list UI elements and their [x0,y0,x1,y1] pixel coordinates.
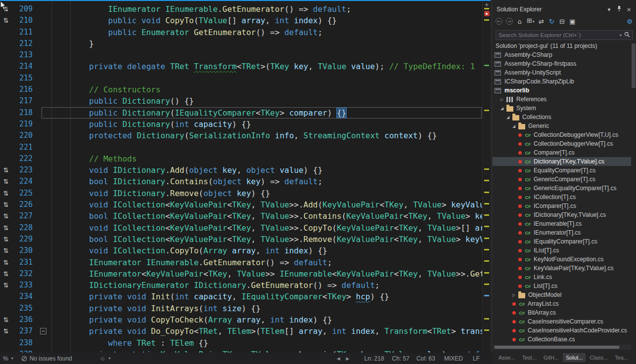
fold-margin[interactable] [37,210,51,222]
panel-tab-asse[interactable]: Asse... [496,353,518,362]
interface-impl-arrows-icon[interactable]: ⇅ [0,280,12,291]
interface-impl-arrows-icon[interactable]: ⇅ [0,325,12,337]
panel-tab-solut[interactable]: Solut... [563,353,586,362]
interface-impl-arrows-icon[interactable]: ⇅ [0,234,12,245]
tree-item-system[interactable]: ◢System [493,104,631,113]
tree-item-arraylist-cs[interactable]: C#ArrayList.cs [493,299,631,308]
line-number[interactable]: 230 [12,245,37,256]
line-number[interactable]: 231 [12,257,37,268]
line-number[interactable]: 234 [12,291,37,302]
search-icon[interactable] [624,31,630,40]
code-line[interactable]: 218public Dictionary(IEqualityComparer<T… [0,107,491,119]
tree-item-iequalitycomparer-t-cs[interactable]: C#IEqualityComparer[T].cs [493,237,631,246]
fold-margin[interactable] [37,84,51,95]
interface-impl-arrows-icon[interactable]: ⇅ [0,176,12,187]
tree-item-icsharpcode-sharpziplib[interactable]: ICSharpCode.SharpZipLib [493,77,631,86]
home-icon[interactable]: ⌂ [516,18,523,25]
line-number[interactable]: 225 [12,188,37,199]
document-health-chevron-icon[interactable]: ▾ [108,356,110,361]
code-line[interactable]: 212} [0,38,491,49]
fold-margin[interactable] [37,61,51,72]
fold-margin[interactable] [37,222,51,234]
line-number[interactable]: 229 [12,234,37,245]
tree-item-ienumerable-t-cs[interactable]: C#IEnumerable[T].cs [493,219,631,228]
zoom-chevron-icon[interactable]: ▾ [11,356,13,361]
line-number[interactable]: 214 [12,61,37,72]
code-line[interactable]: ⇅224bool IDictionary.Contains(object key… [0,176,491,187]
code-line[interactable]: 213 [0,49,491,61]
line-number[interactable]: 232 [12,268,37,280]
code-line[interactable]: ⇅228void ICollection<KeyValuePair<TKey, … [0,222,491,234]
fold-margin[interactable] [37,257,51,268]
line-number[interactable]: 221 [12,142,37,153]
fold-margin[interactable] [37,3,51,15]
line-number[interactable]: 228 [12,222,37,234]
tree-item-equalitycomparer-t-cs[interactable]: C#EqualityComparer[T].cs [493,166,631,175]
code-line[interactable]: ⇅210public void CopyTo(TValue[] array, i… [0,15,491,26]
tree-item-assembly-unityscript[interactable]: Assembly-UnityScript [493,68,631,77]
scroll-right-icon[interactable]: ▶ [346,356,350,361]
fold-margin[interactable] [37,38,51,49]
editor-scrollbar[interactable]: + [482,0,491,353]
search-input[interactable] [499,32,617,38]
code-line[interactable]: ⇅231IEnumerator IEnumerable.GetEnumerato… [0,257,491,268]
fold-margin[interactable] [37,95,51,107]
code-line[interactable]: 221 [0,142,491,153]
line-number[interactable]: 239 [12,349,37,353]
code-line[interactable]: ⇅237−private void Do_CopyTo<TRet, TElem>… [0,325,491,337]
sync-with-active-document-icon[interactable]: ⇄ [538,18,545,25]
code-line[interactable]: ⇅225void IDictionary.Remove(object key) … [0,188,491,199]
tree-item-ilist-t-cs[interactable]: C#IList[T].cs [493,246,631,255]
interface-impl-arrows-icon[interactable]: ⇅ [0,15,12,26]
fold-margin[interactable] [37,73,51,84]
tree-item-mscorlib[interactable]: mscorlib [493,86,631,95]
line-number[interactable]: 237 [12,325,37,337]
fold-margin[interactable] [37,142,51,153]
interface-impl-arrows-icon[interactable]: ⇅ [0,245,12,256]
tree-item-collectiondebuggerview-t-u-cs[interactable]: C#CollectionDebuggerView[T,U].cs [493,130,631,139]
code-line[interactable]: ⇅226void ICollection<KeyValuePair<TKey, … [0,199,491,210]
line-number[interactable]: 217 [12,95,37,107]
code-line[interactable]: 239private static KeyValuePair<TKey, TVa… [0,349,491,353]
fold-margin[interactable] [37,199,51,210]
fold-margin[interactable] [37,164,51,176]
expanded-arrow-icon[interactable]: ◢ [506,115,512,120]
interface-impl-arrows-icon[interactable]: ⇅ [0,268,12,280]
code-line[interactable]: 238where TRet : TElem {} [0,337,491,349]
tree-item-keyvaluepair-tkey-tvalue-cs[interactable]: C#KeyValuePair[TKey,TValue].cs [493,264,631,273]
fold-margin[interactable] [37,245,51,256]
tree-item-icollection-t-cs[interactable]: C#ICollection[T].cs [493,193,631,202]
line-number[interactable]: 215 [12,73,37,84]
line-number[interactable]: 216 [12,84,37,95]
code-line[interactable]: ⇅227bool ICollection<KeyValuePair<TKey, … [0,210,491,222]
line-number[interactable]: 223 [12,164,37,176]
tree-item-caseinsensitivehashcodeprovider-cs[interactable]: C#CaseInsensitiveHashCodeProvider.cs [493,326,631,335]
pin-icon[interactable] [615,6,623,13]
forward-icon[interactable]: → [506,18,513,25]
encoding-indicator[interactable]: MIXED [444,355,463,362]
code-line[interactable]: 215 [0,73,491,84]
cursor-char-indicator[interactable]: Ch: 57 [392,355,409,362]
tree-item-genericcomparer-t-cs[interactable]: C#GenericComparer[T].cs [493,175,631,184]
tree-horizontal-scrollbar-thumb[interactable] [495,346,619,349]
tree-item-bitarray-cs[interactable]: C#BitArray.cs [493,308,631,317]
code-line[interactable]: 222// Methods [0,153,491,164]
tree-item-keynotfoundexception-cs[interactable]: C#KeyNotFoundException.cs [493,255,631,264]
tree-vertical-scrollbar[interactable] [632,43,636,88]
code-line[interactable]: ⇅230void ICollection.CopyTo(Array array,… [0,245,491,256]
tree-item-collectiondebuggerview-t-cs[interactable]: C#CollectionDebuggerView[T].cs [493,139,631,148]
tree-item-objectmodel[interactable]: ▷ObjectModel [493,290,631,299]
zoom-level[interactable]: % [3,355,8,362]
code-line[interactable]: ⇅209IEnumerator IEnumerable.GetEnumerato… [0,3,491,15]
line-number[interactable]: 222 [12,153,37,164]
tree-horizontal-scrollbar[interactable] [493,345,631,350]
fold-margin[interactable] [37,291,51,302]
line-number[interactable]: 224 [12,176,37,187]
code-line[interactable]: ⇅223void IDictionary.Add(object key, obj… [0,164,491,176]
collapsed-arrow-icon[interactable]: ▷ [500,97,506,102]
line-number[interactable]: 238 [12,337,37,349]
panel-tab-test[interactable]: Test... [519,353,540,362]
interface-impl-arrows-icon[interactable]: ⇅ [0,222,12,234]
expanded-arrow-icon[interactable]: ◢ [500,106,506,111]
code-line[interactable]: ⇅229bool ICollection<KeyValuePair<TKey, … [0,234,491,245]
